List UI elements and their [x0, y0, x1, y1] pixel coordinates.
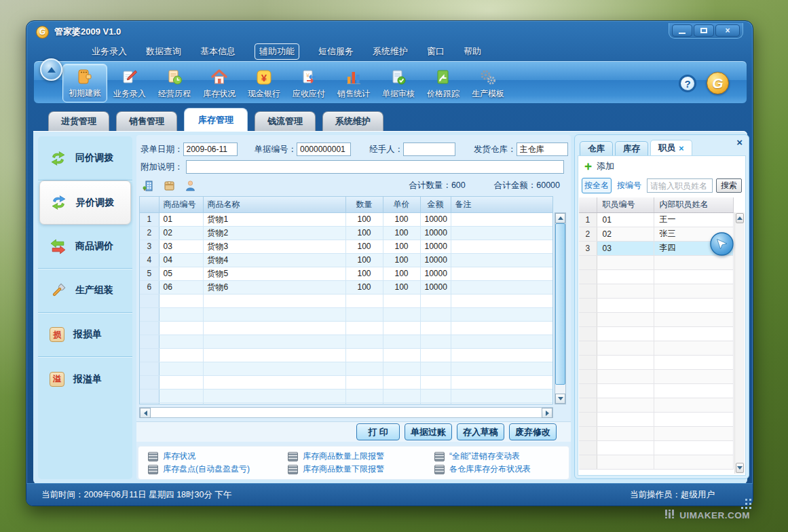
warehouse-input[interactable] — [517, 142, 568, 156]
table-row-empty[interactable] — [579, 398, 734, 412]
scroll-down-button[interactable] — [736, 463, 744, 473]
table-cell[interactable] — [597, 455, 654, 469]
table-cell[interactable] — [451, 267, 552, 280]
table-row[interactable]: 202货物210010010000 — [140, 226, 552, 240]
tab-purchase-management[interactable]: 进货管理 — [48, 111, 109, 131]
table-cell[interactable] — [451, 307, 552, 321]
table-cell[interactable] — [159, 348, 203, 362]
header-remark[interactable]: 备注 — [451, 197, 552, 212]
table-cell[interactable] — [451, 280, 552, 294]
table-cell[interactable]: 03 — [597, 241, 654, 255]
table-row-empty[interactable] — [140, 307, 552, 321]
resize-grip[interactable] — [745, 499, 747, 501]
table-cell[interactable] — [383, 402, 420, 404]
menu-item-system-maintenance[interactable]: 系统维护 — [373, 45, 408, 58]
table-cell[interactable]: 10000 — [420, 253, 451, 267]
table-cell[interactable] — [383, 294, 420, 307]
tab-close-icon[interactable]: × — [679, 143, 684, 153]
table-cell[interactable]: 100 — [345, 240, 383, 253]
table-cell[interactable]: 10000 — [420, 226, 451, 240]
header-staff-code[interactable]: 职员编号 — [597, 197, 654, 212]
table-row-empty[interactable] — [579, 284, 734, 298]
table-cell[interactable] — [383, 307, 420, 321]
table-cell[interactable] — [451, 253, 552, 267]
table-cell[interactable] — [345, 294, 383, 307]
table-cell[interactable] — [451, 321, 552, 335]
help-button[interactable]: ? — [679, 75, 696, 92]
sidebar-item-loss-report[interactable]: 损 报损单 — [38, 313, 132, 357]
table-cell[interactable]: 100 — [345, 280, 383, 294]
note-input[interactable] — [186, 160, 565, 174]
lookup-tab-warehouse[interactable]: 仓库 — [580, 141, 613, 156]
post-document-button[interactable]: 单据过账 — [405, 423, 452, 440]
staff-search-input[interactable] — [647, 178, 713, 193]
table-cell[interactable] — [654, 255, 734, 269]
panel-close-button[interactable]: × — [736, 137, 743, 147]
table-cell[interactable] — [654, 298, 734, 312]
table-cell[interactable] — [451, 294, 552, 307]
header-unit-price[interactable]: 单价 — [383, 197, 420, 212]
print-button[interactable]: 打 印 — [356, 423, 400, 440]
discard-changes-button[interactable]: 废弃修改 — [509, 423, 557, 440]
table-cell[interactable] — [451, 226, 552, 240]
table-row[interactable]: 404货物410010010000 — [140, 253, 552, 267]
toolbar-item-price-tracking[interactable]: 价格跟踪 — [421, 64, 466, 102]
toolbar-item-production-template[interactable]: 生产模板 — [466, 64, 510, 102]
table-row-empty[interactable] — [579, 426, 734, 440]
sidebar-item-price-adjustment[interactable]: 商品调价 — [38, 225, 132, 269]
table-cell[interactable]: 100 — [345, 253, 383, 267]
header-amount[interactable]: 金额 — [420, 197, 451, 212]
toolbar-item-sales-stats[interactable]: 销售统计 — [331, 64, 376, 102]
table-cell[interactable] — [420, 389, 451, 402]
table-cell[interactable] — [420, 375, 451, 389]
filter-by-fullname-toggle[interactable]: 按全名 — [582, 178, 612, 193]
table-row-empty[interactable] — [140, 362, 552, 375]
toolbar-item-receivable-payable[interactable]: ¥ 应收应付 — [286, 64, 331, 102]
table-cell[interactable] — [654, 426, 734, 440]
table-row-empty[interactable] — [140, 348, 552, 362]
table-row-empty[interactable] — [579, 298, 734, 312]
table-cell[interactable] — [345, 307, 383, 321]
table-cell[interactable] — [383, 321, 420, 335]
table-row[interactable]: 606货物610010010000 — [140, 280, 552, 294]
table-row-empty[interactable] — [579, 383, 734, 398]
table-row-empty[interactable] — [579, 312, 734, 326]
link-inventory-status[interactable]: 库存状况 — [148, 451, 288, 462]
add-staff-button[interactable]: + 添加 — [584, 160, 614, 172]
table-row-empty[interactable] — [579, 255, 734, 269]
header-item-code[interactable]: 商品编号 — [159, 197, 203, 212]
table-cell[interactable]: 100 — [383, 212, 420, 226]
table-row-empty[interactable] — [140, 375, 552, 389]
table-row-empty[interactable] — [579, 269, 734, 284]
table-cell[interactable] — [203, 307, 345, 321]
table-cell[interactable]: 01 — [159, 212, 203, 226]
table-cell[interactable] — [159, 294, 203, 307]
table-cell[interactable] — [420, 348, 451, 362]
table-cell[interactable] — [420, 362, 451, 375]
header-item-name[interactable]: 商品名称 — [203, 197, 345, 212]
toolbar-item-inventory-status[interactable]: 库存状况 — [197, 64, 242, 102]
table-cell[interactable] — [597, 383, 654, 398]
table-cell[interactable]: 100 — [383, 226, 420, 240]
menu-item-business-entry[interactable]: 业务录入 — [92, 45, 127, 58]
table-cell[interactable] — [420, 335, 451, 348]
table-row-empty[interactable] — [140, 321, 552, 335]
table-cell[interactable] — [203, 294, 345, 307]
table-cell[interactable] — [420, 402, 451, 404]
table-cell[interactable] — [383, 362, 420, 375]
table-cell[interactable] — [383, 389, 420, 402]
table-cell[interactable]: 货物6 — [203, 280, 345, 294]
table-cell[interactable] — [203, 389, 345, 402]
scroll-left-button[interactable] — [140, 408, 151, 418]
sidebar-item-same-price-transfer[interactable]: 同价调拨 — [38, 136, 132, 180]
toolbar-item-cash-bank[interactable]: ¥ 现金银行 — [242, 64, 286, 102]
table-cell[interactable] — [597, 369, 654, 383]
table-cell[interactable] — [597, 355, 654, 369]
table-row[interactable]: 303货物310010010000 — [140, 240, 552, 253]
table-cell[interactable]: 100 — [383, 280, 420, 294]
table-row[interactable]: 505货物510010010000 — [140, 267, 552, 280]
table-cell[interactable]: 王一 — [654, 212, 734, 227]
menu-item-window[interactable]: 窗口 — [427, 45, 445, 58]
table-cell[interactable]: 05 — [159, 267, 203, 280]
table-cell[interactable] — [451, 402, 552, 404]
